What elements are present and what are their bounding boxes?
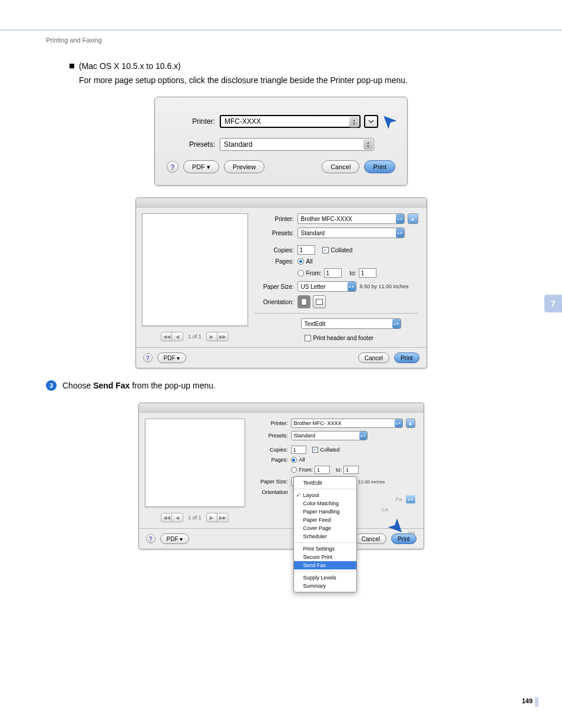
presets-select[interactable]: Standard ▲▼ (220, 138, 374, 151)
cancel-button[interactable]: Cancel (322, 160, 359, 173)
orientation-landscape[interactable] (313, 295, 326, 308)
menu-item-supply-levels[interactable]: Supply Levels (294, 574, 356, 582)
pointer-arrow-icon: ➤ (377, 110, 401, 133)
instruction-text: For more page setup options, click the d… (79, 75, 516, 85)
printer-label: Printer: (251, 420, 291, 426)
preview-button[interactable]: Preview (224, 160, 265, 173)
from-label: From: (306, 270, 322, 276)
to-input[interactable] (343, 466, 359, 474)
to-input[interactable] (359, 268, 376, 278)
print-dialog-menu-open: ◀◀◀ 1 of 1 ▶▶▶ Printer: Brother MFC- XXX… (138, 403, 424, 549)
presets-select[interactable]: Standard ▲▼ (297, 228, 405, 238)
papersize-select[interactable]: US Letter ▲▼ (297, 281, 356, 292)
page-preview (142, 213, 248, 326)
pages-all-radio[interactable] (291, 457, 297, 463)
from-input[interactable] (315, 466, 330, 474)
help-button[interactable]: ? (167, 161, 178, 173)
menu-item-scheduler[interactable]: Scheduler (294, 532, 356, 541)
collapse-button[interactable]: ▲ (406, 419, 415, 428)
page-number: 149 (522, 697, 533, 704)
step-badge: 3 (46, 380, 57, 391)
pager-next[interactable]: ▶▶▶ (206, 513, 229, 522)
to-label: to: (350, 270, 356, 276)
orientation-label: Orientation: (254, 299, 297, 305)
to-label: to: (336, 467, 342, 473)
pager-next[interactable]: ▶▶▶ (206, 332, 229, 341)
os-version-text: (Mac OS X 10.5.x to 10.6.x) (79, 61, 181, 71)
printer-value: Brother MFC- XXXX (294, 420, 342, 426)
help-button[interactable]: ? (143, 353, 153, 363)
menu-item-print-settings[interactable]: Print Settings (294, 545, 356, 553)
cancel-button[interactable]: Cancel (358, 353, 389, 363)
step-text: Choose Send Fax from the pop-up menu. (62, 381, 216, 390)
presets-value: Standard (294, 433, 316, 439)
presets-label: Presets: (251, 433, 291, 439)
select-arrows-icon: ▲▼ (396, 228, 404, 238)
printer-select[interactable]: Brother MFC- XXXX ▲▼ (291, 419, 403, 428)
titlebar (139, 403, 424, 413)
breadcrumb: Printing and Faxing (46, 37, 562, 44)
pages-all-radio[interactable] (297, 258, 304, 265)
presets-select[interactable]: Standard ▲▼ (291, 431, 368, 440)
print-dialog-collapsed: Printer: MFC-XXXX ▲▼ ➤ Presets: Standard… (154, 97, 408, 186)
menu-item-paper-handling[interactable]: Paper Handling (294, 508, 356, 516)
menu-item-paper-feed[interactable]: Paper Feed (294, 516, 356, 524)
presets-label: Presets: (167, 140, 220, 149)
print-button[interactable]: Print (394, 353, 419, 363)
menu-item-secure-print[interactable]: Secure Print (294, 553, 356, 561)
copies-label: Copies: (254, 247, 297, 253)
pages-from-radio[interactable] (297, 270, 304, 276)
copies-input[interactable] (291, 446, 306, 454)
select-arrows-icon: ▲▼ (396, 214, 404, 223)
collated-label: Collated (331, 247, 353, 253)
select-arrows-icon: ▲▼ (348, 282, 356, 291)
select-arrows-icon: ▲▼ (406, 495, 415, 503)
printer-label: Printer: (167, 117, 220, 126)
app-options-select[interactable]: TextEdit ▲▼ (301, 318, 401, 329)
pager-prev[interactable]: ◀◀◀ (161, 332, 183, 341)
printer-select[interactable]: Brother MFC-XXXX ▲▼ (297, 213, 405, 224)
orientation-label: Orientation (251, 489, 291, 495)
print-button[interactable]: Print (364, 160, 395, 173)
printer-select[interactable]: MFC-XXXX ▲▼ (220, 115, 361, 128)
from-input[interactable] (324, 268, 342, 278)
chevron-down-icon (368, 118, 374, 124)
orientation-portrait[interactable] (297, 295, 310, 308)
printer-value: MFC-XXXX (224, 117, 261, 126)
from-label: From: (299, 467, 313, 473)
pages-from-radio[interactable] (291, 467, 297, 473)
pager-text: 1 of 1 (188, 515, 201, 521)
pager-prev[interactable]: ◀◀◀ (161, 513, 183, 522)
pdf-button[interactable]: PDF ▾ (157, 353, 187, 363)
presets-value: Standard (224, 140, 253, 149)
papersize-dims: 8.50 by 11.00 inches (360, 284, 409, 289)
menu-item-layout[interactable]: Layout (294, 491, 356, 499)
help-button[interactable]: ? (146, 534, 156, 543)
disclosure-button[interactable] (364, 115, 378, 128)
header-footer-checkbox[interactable] (305, 335, 311, 341)
collated-checkbox[interactable]: ✓ (312, 447, 318, 453)
menu-item-summary[interactable]: Summary (294, 582, 356, 590)
copies-input[interactable] (297, 245, 315, 255)
bullet-icon (70, 64, 74, 68)
select-arrows-icon: ▲▼ (392, 319, 401, 328)
select-arrows-icon: ▲▼ (349, 117, 359, 127)
menu-item-send-fax[interactable]: Send Fax (294, 561, 356, 569)
printer-label: Printer: (254, 216, 297, 222)
page-number-bar (535, 697, 538, 707)
header-footer-label: Print header and footer (313, 335, 373, 341)
chapter-tab: 7 (544, 295, 562, 312)
collated-checkbox[interactable]: ✓ (322, 247, 329, 253)
select-arrows-icon: ▲▼ (363, 139, 373, 150)
presets-value: Standard (301, 230, 325, 236)
pages-label: Pages: (254, 258, 297, 265)
pdf-button[interactable]: PDF ▾ (183, 160, 219, 173)
menu-item-color-matching[interactable]: Color Matching (294, 499, 356, 508)
app-value: TextEdit (305, 321, 326, 327)
collapse-button[interactable]: ▲ (408, 213, 418, 224)
pdf-button[interactable]: PDF ▾ (160, 533, 190, 544)
menu-item-textedit[interactable]: TextEdit (294, 479, 356, 487)
select-arrows-icon: ▲▼ (359, 431, 367, 440)
page-preview (145, 419, 245, 507)
menu-item-cover-page[interactable]: Cover Page (294, 524, 356, 532)
